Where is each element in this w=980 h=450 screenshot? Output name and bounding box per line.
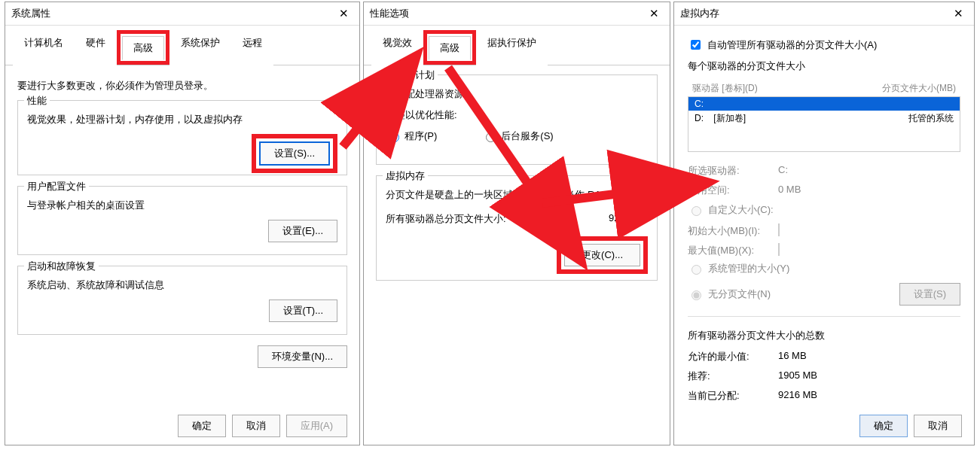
highlight-box: 更改(C)... — [557, 236, 648, 274]
sel-drive-label: 所选驱动器: — [688, 164, 778, 178]
tab-dep[interactable]: 据执行保护 — [476, 31, 548, 65]
sysman-label: 系统管理的大小(Y) — [708, 262, 789, 275]
min-val: 16 MB — [778, 350, 960, 363]
dialog-content: 自动管理所有驱动器的分页文件大小(A) 每个驱动器的分页文件大小 驱动器 [卷标… — [674, 26, 974, 410]
auto-manage-checkbox[interactable] — [691, 40, 701, 50]
vm-group: 虚拟内存 分页文件是硬盘上的一块区域，Windows 当作 RAM 使用。 所有… — [376, 175, 658, 281]
close-icon[interactable]: ✕ — [646, 7, 662, 20]
size-col-header: 分页文件大小(MB) — [882, 82, 956, 95]
radio-programs-input[interactable] — [389, 132, 399, 142]
totals-legend: 所有驱动器分页文件大小的总数 — [688, 329, 960, 342]
rec-label: 推荐: — [688, 369, 778, 383]
cpu-group: 处理器计划 可分配处理器资源。 调整以优化性能: 程序(P) 后台服务(S) — [376, 74, 658, 165]
ok-button[interactable]: 确定 — [859, 415, 908, 437]
init-label: 初始大小(MB)(I): — [688, 224, 778, 238]
custom-size-label: 自定义大小(C): — [708, 203, 774, 217]
radio-background-label: 后台服务(S) — [501, 129, 553, 143]
rec-val: 1905 MB — [778, 369, 960, 383]
avail-val: 0 MB — [778, 184, 960, 197]
dialog-footer: 确定 取消 应用(A) — [178, 415, 347, 437]
admin-note: 要进行大多数更改，你必须作为管理员登录。 — [17, 79, 347, 93]
init-input — [778, 223, 780, 236]
dialog-content: 要进行大多数更改，你必须作为管理员登录。 性能 视觉效果，处理器计划，内存使用，… — [5, 65, 359, 376]
highlight-box: 设置(S)... — [252, 134, 337, 173]
change-button[interactable]: 更改(C)... — [564, 244, 640, 266]
cur-val: 9216 MB — [778, 389, 960, 403]
profile-group: 用户配置文件 与登录帐户相关的桌面设置 设置(E)... — [17, 186, 347, 255]
cur-label: 当前已分配: — [688, 389, 778, 403]
performance-options-dialog: 性能选项 ✕ 视觉效 高级 据执行保护 处理器计划 可分配处理器资源。 调整以优… — [363, 2, 670, 445]
settings-button[interactable]: 设置(S)... — [259, 141, 330, 166]
nopage-radio — [691, 290, 701, 300]
nopage-label: 无分页文件(N) — [708, 287, 771, 301]
apply-button[interactable]: 应用(A) — [286, 415, 347, 437]
d: D: — [695, 113, 704, 123]
radio-programs[interactable]: 程序(P) — [386, 129, 437, 143]
radio-background-input[interactable] — [486, 132, 496, 142]
highlight-box: 高级 — [117, 30, 169, 65]
titlebar: 性能选项 ✕ — [364, 2, 670, 26]
ok-button[interactable]: 确定 — [178, 415, 226, 437]
tab-system-protection[interactable]: 系统保护 — [169, 31, 231, 65]
profile-desc: 与登录帐户相关的桌面设置 — [27, 199, 337, 212]
row-drive: D: [新加卷] — [695, 112, 746, 125]
tab-advanced[interactable]: 高级 — [122, 36, 164, 60]
startup-group: 启动和故障恢复 系统启动、系统故障和调试信息 设置(T)... — [17, 266, 347, 335]
tab-computer-name[interactable]: 计算机名 — [13, 31, 75, 65]
startup-desc: 系统启动、系统故障和调试信息 — [27, 278, 337, 292]
vm-desc: 分页文件是硬盘上的一块区域，Windows 当作 RAM 使用。 — [386, 188, 648, 202]
tab-remote[interactable]: 远程 — [231, 31, 273, 65]
avail-label: 可用空间: — [688, 184, 778, 197]
tab-strip: 视觉效 高级 据执行保护 — [364, 26, 670, 65]
d-label: [新加卷] — [713, 113, 746, 123]
total-value: 9216 MB — [609, 212, 648, 226]
tab-strip: 计算机名 硬件 高级 系统保护 远程 — [5, 26, 359, 65]
custom-size-radio — [691, 206, 701, 216]
drive-row-c[interactable]: C: — [688, 97, 960, 111]
dialog-title: 虚拟内存 — [680, 7, 719, 20]
radio-programs-label: 程序(P) — [405, 129, 437, 143]
list-title: 每个驱动器的分页文件大小 — [688, 59, 960, 73]
virtual-memory-dialog: 虚拟内存 ✕ 自动管理所有驱动器的分页文件大小(A) 每个驱动器的分页文件大小 … — [673, 2, 975, 445]
tab-hardware[interactable]: 硬件 — [75, 31, 117, 65]
close-icon[interactable]: ✕ — [951, 7, 966, 20]
dialog-title: 系统属性 — [11, 7, 50, 20]
drive-list[interactable]: C: D: [新加卷] 托管的系统 — [688, 96, 960, 152]
settings-button[interactable]: 设置(T)... — [269, 299, 337, 322]
performance-legend: 性能 — [24, 94, 50, 108]
titlebar: 系统属性 ✕ — [5, 2, 359, 26]
cpu-legend: 处理器计划 — [383, 68, 438, 82]
row-drive: C: — [695, 99, 704, 109]
dialog-title: 性能选项 — [370, 7, 409, 20]
dialog-footer: 确定 取消 — [859, 415, 962, 437]
auto-manage-label: 自动管理所有驱动器的分页文件大小(A) — [707, 38, 877, 52]
max-label: 最大值(MB)(X): — [688, 244, 778, 257]
set-button: 设置(S) — [899, 283, 960, 306]
row-size: 托管的系统 — [908, 112, 954, 125]
cpu-desc: 可分配处理器资源。 — [386, 87, 648, 101]
sel-drive-val: C: — [778, 164, 960, 178]
titlebar: 虚拟内存 ✕ — [674, 2, 974, 26]
performance-group: 性能 视觉效果，处理器计划，内存使用，以及虚拟内存 设置(S)... — [17, 100, 347, 175]
env-vars-button[interactable]: 环境变量(N)... — [258, 345, 347, 368]
close-icon[interactable]: ✕ — [336, 7, 352, 20]
profile-legend: 用户配置文件 — [24, 180, 89, 193]
cancel-button[interactable]: 取消 — [914, 415, 962, 437]
highlight-box: 高级 — [423, 30, 476, 65]
tab-advanced[interactable]: 高级 — [429, 36, 471, 60]
vm-legend: 虚拟内存 — [383, 169, 428, 183]
performance-desc: 视觉效果，处理器计划，内存使用，以及虚拟内存 — [27, 113, 337, 126]
drive-row-d[interactable]: D: [新加卷] 托管的系统 — [688, 111, 960, 126]
total-label: 所有驱动器总分页文件大小: — [386, 212, 506, 226]
max-input — [778, 243, 780, 256]
sysman-radio — [691, 265, 701, 275]
drive-col-header: 驱动器 [卷标](D) — [692, 82, 758, 95]
startup-legend: 启动和故障恢复 — [24, 260, 99, 273]
tab-visual[interactable]: 视觉效 — [371, 31, 423, 65]
cancel-button[interactable]: 取消 — [232, 415, 280, 437]
radio-background[interactable]: 后台服务(S) — [482, 129, 553, 143]
system-properties-dialog: 系统属性 ✕ 计算机名 硬件 高级 系统保护 远程 要进行大多数更改，你必须作为… — [5, 2, 360, 445]
dialog-content: 处理器计划 可分配处理器资源。 调整以优化性能: 程序(P) 后台服务(S) 虚… — [364, 65, 670, 299]
settings-button[interactable]: 设置(E)... — [268, 220, 337, 242]
adjust-label: 调整以优化性能: — [386, 108, 648, 122]
